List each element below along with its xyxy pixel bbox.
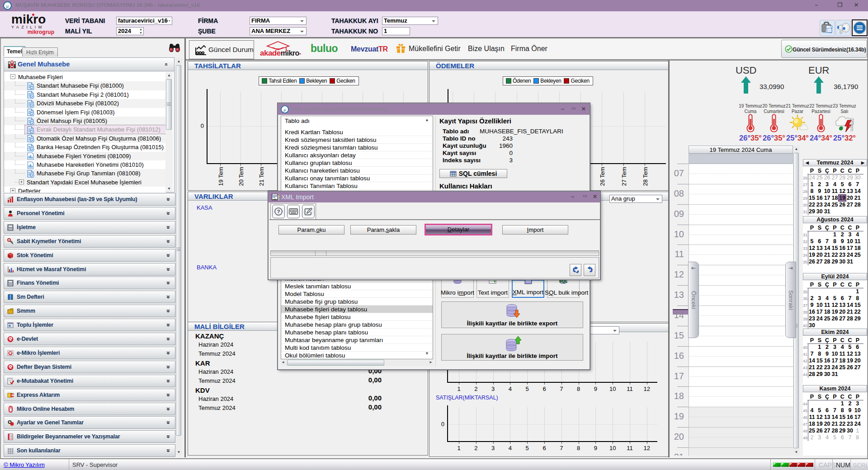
svg-text:?: ? [277,209,280,214]
svg-text:μ: μ [6,3,9,9]
svg-text:μ: μ [283,107,286,112]
